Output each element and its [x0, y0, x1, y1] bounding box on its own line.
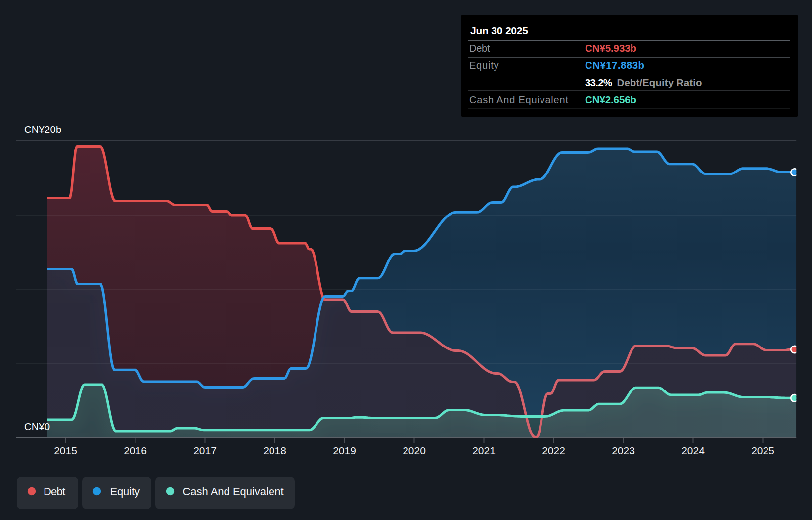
svg-text:CN¥17.883b: CN¥17.883b [585, 59, 644, 71]
svg-text:2015: 2015 [54, 445, 77, 456]
svg-text:Debt: Debt [469, 43, 490, 54]
svg-text:33.2%: 33.2% [585, 77, 612, 88]
svg-text:Cash And Equivalent: Cash And Equivalent [183, 485, 284, 498]
svg-text:2017: 2017 [193, 445, 217, 456]
svg-text:2018: 2018 [263, 445, 286, 456]
svg-text:2022: 2022 [542, 445, 565, 456]
svg-text:Equity: Equity [110, 485, 140, 498]
svg-text:Equity: Equity [469, 60, 499, 71]
svg-text:CN¥0: CN¥0 [24, 421, 50, 432]
svg-text:2024: 2024 [681, 445, 705, 456]
svg-text:Cash And Equivalent: Cash And Equivalent [469, 94, 568, 105]
svg-text:2020: 2020 [403, 445, 426, 456]
svg-text:2023: 2023 [612, 445, 635, 456]
svg-text:Jun 30 2025: Jun 30 2025 [470, 25, 528, 36]
svg-text:CN¥5.933b: CN¥5.933b [585, 43, 636, 54]
svg-text:CN¥20b: CN¥20b [24, 124, 61, 135]
svg-text:2025: 2025 [751, 445, 774, 456]
svg-text:2021: 2021 [472, 445, 496, 456]
svg-text:2016: 2016 [124, 445, 147, 456]
svg-text:Debt: Debt [44, 485, 65, 498]
svg-text:Debt/Equity Ratio: Debt/Equity Ratio [617, 77, 702, 88]
svg-text:2019: 2019 [333, 445, 356, 456]
svg-text:CN¥2.656b: CN¥2.656b [585, 94, 636, 105]
